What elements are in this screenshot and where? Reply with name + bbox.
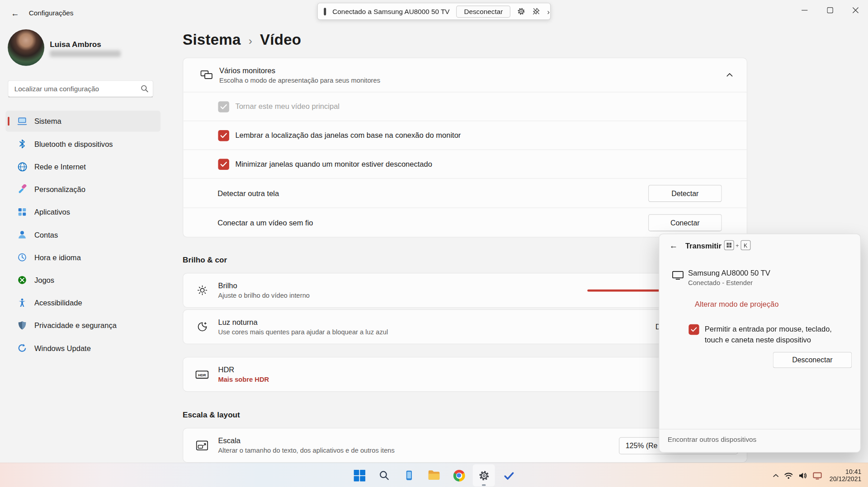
search-icon bbox=[379, 470, 390, 481]
window-title: Configurações bbox=[29, 9, 74, 17]
minimize-windows-checkbox[interactable] bbox=[218, 159, 229, 170]
cast-status-text: Conectado a Samsung AU8000 50 TV bbox=[332, 8, 449, 15]
change-projection-mode-link[interactable]: Alterar modo de projeção bbox=[695, 300, 779, 308]
user-name: Luisa Ambros bbox=[50, 40, 101, 49]
sidebar-item-label: Rede e Internet bbox=[34, 163, 86, 171]
cast-device-name[interactable]: Samsung AU8000 50 TV bbox=[688, 269, 770, 277]
sidebar-item-label: Jogos bbox=[34, 276, 54, 284]
cast-banner: Conectado a Samsung AU8000 50 TV Descone… bbox=[317, 3, 551, 20]
detect-button[interactable]: Detectar bbox=[648, 185, 722, 202]
setting-title: Vários monitores bbox=[219, 66, 380, 74]
allow-input-checkbox[interactable] bbox=[689, 324, 699, 335]
hdr-icon: HDR bbox=[195, 370, 208, 379]
chevron-up-icon[interactable] bbox=[726, 73, 733, 77]
windows-update-icon bbox=[17, 342, 28, 354]
taskbar-clock[interactable]: 10:41 20/12/2021 bbox=[830, 468, 861, 483]
section-scale-layout: Escala & layout bbox=[183, 410, 240, 419]
search-icon[interactable] bbox=[141, 84, 148, 92]
flyout-disconnect-button[interactable]: Desconectar bbox=[773, 352, 852, 368]
svg-text:HDR: HDR bbox=[198, 373, 206, 377]
checkbox-label: Lembrar a localização das janelas com ba… bbox=[235, 131, 461, 139]
chevron-right-icon[interactable]: › bbox=[547, 7, 550, 16]
allow-input-label: Permitir a entrada por mouse, teclado, t… bbox=[705, 324, 832, 346]
chrome-icon bbox=[453, 469, 465, 481]
page-title: Vídeo bbox=[260, 32, 301, 49]
gear-icon[interactable] bbox=[517, 7, 525, 15]
sidebar-item-label: Windows Update bbox=[34, 344, 91, 352]
detect-display-row: Detectar outra tela Detectar bbox=[183, 178, 747, 207]
sidebar-item-privacidade[interactable]: Privacidade e segurança bbox=[5, 315, 160, 336]
remember-window-locations-checkbox[interactable] bbox=[218, 130, 229, 141]
sidebar-item-personalizacao[interactable]: Personalização bbox=[5, 179, 160, 200]
minimize-windows-row: Minimizar janelas quando um monitor esti… bbox=[183, 150, 747, 178]
connect-button[interactable]: Conectar bbox=[648, 214, 722, 231]
taskbar-center-icons bbox=[348, 464, 520, 487]
make-primary-checkbox[interactable] bbox=[218, 101, 229, 112]
flyout-back-button[interactable]: ← bbox=[669, 241, 677, 250]
time-language-icon bbox=[17, 252, 28, 263]
windows-logo-icon bbox=[354, 469, 365, 481]
connect-label: Conectar a um vídeo sem fio bbox=[217, 218, 313, 226]
wifi-icon[interactable] bbox=[784, 471, 793, 480]
back-button[interactable]: ← bbox=[8, 6, 22, 19]
apps-icon bbox=[17, 206, 28, 218]
tray-expand-chevron[interactable] bbox=[773, 473, 779, 478]
open-app-indicator bbox=[482, 484, 486, 486]
breadcrumb-root[interactable]: Sistema bbox=[183, 32, 241, 49]
taskbar-todo-button[interactable] bbox=[498, 464, 520, 487]
make-primary-row: Tornar este meu vídeo principal bbox=[183, 92, 747, 121]
unpin-icon[interactable] bbox=[532, 7, 540, 15]
sidebar-item-jogos[interactable]: Jogos bbox=[5, 270, 160, 291]
sidebar-item-hora-idioma[interactable]: Hora e idioma bbox=[5, 247, 160, 268]
search-input[interactable] bbox=[8, 80, 153, 98]
taskbar-chrome-button[interactable] bbox=[448, 464, 470, 487]
folder-icon bbox=[428, 469, 440, 482]
taskbar-settings-button[interactable] bbox=[473, 464, 495, 487]
cast-indicator-icon[interactable] bbox=[813, 471, 822, 480]
banner-disconnect-button[interactable]: Desconectar bbox=[456, 5, 510, 18]
windows-key-icon bbox=[724, 240, 734, 250]
taskbar-phone-button[interactable] bbox=[398, 464, 420, 487]
section-brightness-color: Brilho & cor bbox=[183, 255, 227, 264]
setting-subtitle: Alterar o tamanho do texto, dos aplicati… bbox=[218, 446, 394, 454]
sidebar-item-rede-internet[interactable]: Rede e Internet bbox=[5, 156, 160, 177]
taskbar-file-explorer-button[interactable] bbox=[423, 464, 445, 487]
network-icon bbox=[17, 161, 28, 172]
start-button[interactable] bbox=[348, 464, 370, 487]
taskbar-search-button[interactable] bbox=[373, 464, 395, 487]
sidebar-item-label: Personalização bbox=[34, 185, 85, 193]
hdr-more-link[interactable]: Mais sobre HDR bbox=[218, 375, 269, 383]
clock-time: 10:41 bbox=[830, 468, 861, 476]
checkbox-label: Tornar este meu vídeo principal bbox=[235, 103, 340, 111]
maximize-button[interactable] bbox=[817, 0, 842, 20]
system-icon bbox=[17, 116, 28, 127]
setting-subtitle: Ajuste o brilho do vídeo interno bbox=[218, 291, 310, 299]
flyout-divider bbox=[659, 429, 860, 429]
sidebar-item-sistema[interactable]: Sistema bbox=[5, 111, 160, 132]
cast-flyout: ← Transmitir + K Samsung AU8000 50 TV Co… bbox=[659, 234, 861, 453]
sidebar-item-label: Acessibilidade bbox=[34, 299, 82, 307]
allow-input-line2: touch e caneta neste dispositivo bbox=[705, 335, 832, 346]
setting-subtitle: Escolha o modo de apresentação para seus… bbox=[219, 76, 380, 84]
window-controls bbox=[792, 0, 868, 20]
find-other-devices-link[interactable]: Encontrar outros dispositivos bbox=[668, 435, 757, 443]
sidebar-item-aplicativos[interactable]: Aplicativos bbox=[5, 201, 160, 223]
gear-icon bbox=[478, 469, 490, 481]
sidebar-item-bluetooth[interactable]: Bluetooth e dispositivos bbox=[5, 133, 160, 155]
clock-date: 20/12/2021 bbox=[830, 475, 861, 483]
sidebar-item-windows-update[interactable]: Windows Update bbox=[5, 337, 160, 359]
k-key: K bbox=[741, 240, 750, 250]
multiple-monitors-header[interactable]: Vários monitores Escolha o modo de apres… bbox=[183, 58, 747, 92]
setting-subtitle: Use cores mais quentes para ajudar a blo… bbox=[218, 328, 388, 336]
sidebar-item-contas[interactable]: Contas bbox=[5, 224, 160, 245]
close-button[interactable] bbox=[843, 0, 868, 20]
sidebar-item-acessibilidade[interactable]: Acessibilidade bbox=[5, 292, 160, 314]
avatar[interactable] bbox=[8, 29, 44, 66]
sidebar-item-label: Privacidade e segurança bbox=[34, 321, 117, 329]
multiple-monitors-card: Vários monitores Escolha o modo de apres… bbox=[183, 57, 747, 237]
minimize-button[interactable] bbox=[792, 0, 817, 20]
personalization-icon bbox=[17, 184, 28, 195]
breadcrumb: Sistema › Vídeo bbox=[183, 32, 301, 49]
cast-device-status: Conectado - Estender bbox=[688, 279, 753, 286]
volume-icon[interactable] bbox=[798, 471, 808, 480]
